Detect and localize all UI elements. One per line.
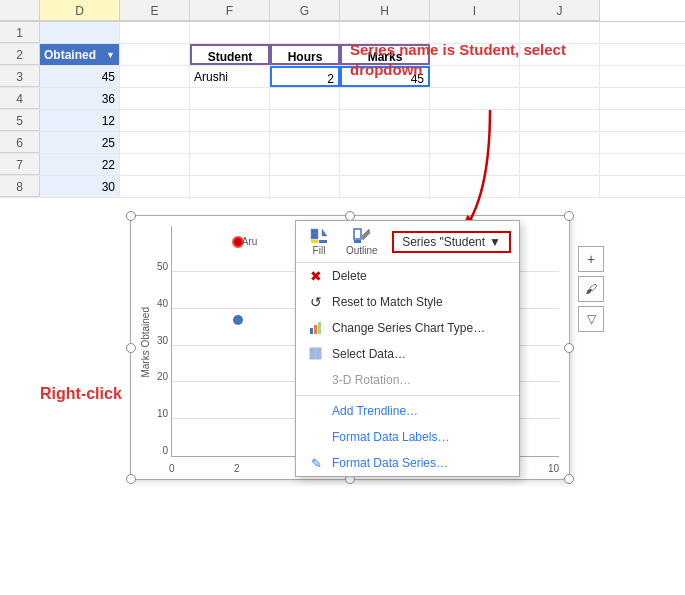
corner-cell	[0, 0, 40, 21]
cell-F7[interactable]	[190, 154, 270, 175]
cell-D4[interactable]: 36	[40, 88, 120, 109]
svg-rect-5	[310, 328, 313, 334]
fill-icon	[308, 227, 330, 245]
cell-G3[interactable]: 2	[270, 66, 340, 87]
filter-icon[interactable]: ▼	[106, 46, 115, 64]
row-num: 2	[0, 44, 40, 65]
resize-handle-mr[interactable]	[564, 343, 574, 353]
obtained-label: Obtained	[44, 46, 96, 64]
cell-J4[interactable]	[520, 88, 600, 109]
annotation-right-click: Right-click	[40, 385, 122, 403]
change-type-label: Change Series Chart Type…	[332, 321, 485, 335]
add-trendline-menu-item[interactable]: Add Trendline…	[296, 398, 519, 424]
cell-E7[interactable]	[120, 154, 190, 175]
style-button[interactable]: 🖌	[578, 276, 604, 302]
chart-side-buttons: + 🖌 ▽	[578, 246, 604, 332]
cell-D1[interactable]	[40, 22, 120, 43]
cell-E8[interactable]	[120, 176, 190, 197]
reset-menu-item[interactable]: ↺ Reset to Match Style	[296, 289, 519, 315]
cell-I7[interactable]	[430, 154, 520, 175]
outline-button[interactable]: Outline	[342, 225, 382, 258]
cell-E3[interactable]	[120, 66, 190, 87]
cell-D5[interactable]: 12	[40, 110, 120, 131]
cell-I8[interactable]	[430, 176, 520, 197]
y-tick-40: 40	[140, 298, 168, 309]
reset-icon: ↺	[308, 294, 324, 310]
cell-F6[interactable]	[190, 132, 270, 153]
filter-button[interactable]: ▽	[578, 306, 604, 332]
format-series-menu-item[interactable]: ✎ Format Data Series…	[296, 450, 519, 476]
delete-label: Delete	[332, 269, 367, 283]
cell-G4[interactable]	[270, 88, 340, 109]
resize-handle-bl[interactable]	[126, 474, 136, 484]
series-label: Series "Student	[402, 235, 485, 249]
cell-G5[interactable]	[270, 110, 340, 131]
cell-H4[interactable]	[340, 88, 430, 109]
svg-rect-8	[310, 348, 315, 353]
cell-E1[interactable]	[120, 22, 190, 43]
cell-F8[interactable]	[190, 176, 270, 197]
cell-F2[interactable]: Student	[190, 44, 270, 65]
cell-H6[interactable]	[340, 132, 430, 153]
row-num: 5	[0, 110, 40, 131]
select-data-label: Select Data…	[332, 347, 406, 361]
y-tick-0: 0	[140, 445, 168, 456]
svg-rect-10	[310, 354, 315, 359]
delete-menu-item[interactable]: ✖ Delete	[296, 263, 519, 289]
cell-G6[interactable]	[270, 132, 340, 153]
resize-handle-tr[interactable]	[564, 211, 574, 221]
resize-handle-tl[interactable]	[126, 211, 136, 221]
column-header-row: D E F G H I J	[0, 0, 685, 22]
cell-E5[interactable]	[120, 110, 190, 131]
resize-handle-br[interactable]	[564, 474, 574, 484]
cell-E6[interactable]	[120, 132, 190, 153]
x-tick-10: 10	[548, 463, 559, 474]
y-tick-30: 30	[140, 335, 168, 346]
cell-F1[interactable]	[190, 22, 270, 43]
cell-D8[interactable]: 30	[40, 176, 120, 197]
cell-D3[interactable]: 45	[40, 66, 120, 87]
cell-J5[interactable]	[520, 110, 600, 131]
table-row: 8 30	[0, 176, 685, 198]
cell-J6[interactable]	[520, 132, 600, 153]
cell-D7[interactable]: 22	[40, 154, 120, 175]
cell-I4[interactable]	[430, 88, 520, 109]
cell-E2[interactable]	[120, 44, 190, 65]
format-labels-menu-item[interactable]: Format Data Labels…	[296, 424, 519, 450]
cell-J7[interactable]	[520, 154, 600, 175]
svg-rect-2	[319, 240, 327, 243]
cell-D6[interactable]: 25	[40, 132, 120, 153]
format-series-label: Format Data Series…	[332, 456, 448, 470]
data-point-blue	[233, 315, 243, 325]
cell-G2[interactable]: Hours	[270, 44, 340, 65]
table-row: 4 36	[0, 88, 685, 110]
fill-button[interactable]: Fill	[304, 225, 334, 258]
select-data-icon	[308, 346, 324, 362]
cell-H7[interactable]	[340, 154, 430, 175]
x-tick-0: 0	[169, 463, 175, 474]
data-point-label: Aru	[242, 236, 258, 247]
cell-G1[interactable]	[270, 22, 340, 43]
resize-handle-ml[interactable]	[126, 343, 136, 353]
row-num: 4	[0, 88, 40, 109]
cell-H5[interactable]	[340, 110, 430, 131]
cell-G7[interactable]	[270, 154, 340, 175]
cell-H8[interactable]	[340, 176, 430, 197]
svg-rect-11	[316, 354, 321, 359]
series-dropdown[interactable]: Series "Student ▼	[392, 231, 511, 253]
cell-E4[interactable]	[120, 88, 190, 109]
cell-F4[interactable]	[190, 88, 270, 109]
cell-I5[interactable]	[430, 110, 520, 131]
cell-D2[interactable]: Obtained ▼	[40, 44, 120, 65]
cell-F5[interactable]	[190, 110, 270, 131]
context-menu: Fill Outline Series "Student ▼ ✖ Delete …	[295, 220, 520, 477]
add-element-button[interactable]: +	[578, 246, 604, 272]
svg-rect-7	[318, 322, 321, 334]
cell-F3[interactable]: Arushi	[190, 66, 270, 87]
cell-J8[interactable]	[520, 176, 600, 197]
cell-G8[interactable]	[270, 176, 340, 197]
cell-I6[interactable]	[430, 132, 520, 153]
select-data-menu-item[interactable]: Select Data…	[296, 341, 519, 367]
change-type-menu-item[interactable]: Change Series Chart Type…	[296, 315, 519, 341]
svg-rect-0	[311, 229, 318, 239]
